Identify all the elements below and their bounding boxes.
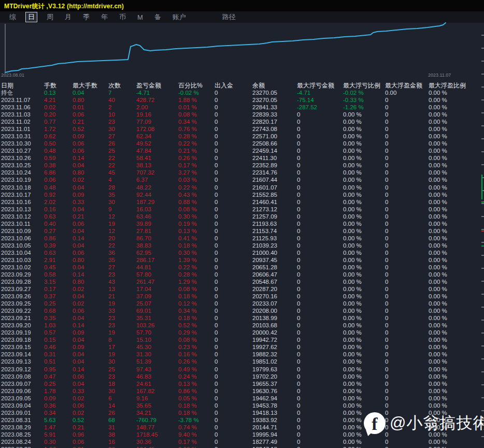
- table-row[interactable]: 2023.09.190.570.091957.700.29 %020000.42…: [0, 329, 484, 336]
- table-row[interactable]: 2023.10.300.500.062649.520.22 %022508.66…: [0, 140, 484, 147]
- cell-times: 28: [108, 184, 115, 191]
- column-header-lots: 手数: [44, 82, 56, 89]
- cell-lots: 1.03: [44, 322, 55, 329]
- table-row[interactable]: 2023.09.040.360.061435.650.18 %019453.78…: [0, 402, 484, 409]
- table-row[interactable]: 2023.10.020.450.042744.810.22 %020651.28…: [0, 264, 484, 271]
- table-row[interactable]: 2023.09.130.510.043051.390.26 %019851.02…: [0, 358, 484, 365]
- menu-item-M[interactable]: M: [135, 13, 145, 22]
- cell-pl-amount: 38.83: [136, 242, 151, 249]
- table-row[interactable]: 2023.09.050.090.0269.160.05 %019462.9400…: [0, 395, 484, 402]
- table-row[interactable]: 2023.09.140.310.041931.300.16 %019882.32…: [0, 351, 484, 358]
- table-row[interactable]: 2023.10.040.630.063662.950.30 %021000.40…: [0, 249, 484, 256]
- cell-max-float-profit-pct: 0.00 %: [429, 111, 447, 118]
- table-row[interactable]: 持仓0.130.047-4.71-0.02 %023270.05-4.71-0.…: [0, 89, 484, 96]
- table-row[interactable]: 2023.09.150.460.091745.300.23 %019927.62…: [0, 343, 484, 351]
- menu-item-路径[interactable]: 路径: [220, 12, 238, 22]
- cell-percent: 0.28 %: [178, 133, 197, 140]
- table-row[interactable]: 2023.11.020.770.212377.090.34 %022820.17…: [0, 118, 484, 125]
- table-row[interactable]: 2023.09.270.170.021317.040.08 %020287.20…: [0, 285, 484, 293]
- table-row[interactable]: 2023.10.120.630.211263.460.30 %021257.09…: [0, 213, 484, 220]
- cell-times: 8: [108, 336, 111, 343]
- menu-item-周[interactable]: 周: [45, 12, 55, 22]
- cell-max-float-profit: 0: [385, 227, 388, 235]
- table-row[interactable]: 2023.10.250.380.042238.130.17 %022352.89…: [0, 162, 484, 169]
- cell-max-lots: 0.04: [73, 162, 84, 169]
- cell-date: 2023.11.07: [1, 96, 31, 104]
- table-row[interactable]: 2023.09.220.680.063369.010.34 %020208.00…: [0, 307, 484, 314]
- cell-in-out: 0: [215, 380, 218, 387]
- table-row[interactable]: 2023.09.290.580.142357.800.28 %020606.47…: [0, 271, 484, 278]
- cell-date: 2023.10.02: [1, 264, 31, 271]
- table-row[interactable]: 2023.08.240.300.061630.360.17 %018277.49…: [0, 438, 484, 445]
- menu-item-备[interactable]: 备: [152, 12, 163, 22]
- cell-max-lots: 0.96: [73, 431, 84, 438]
- cell-max-float-profit: 0: [385, 271, 388, 278]
- menu-item-账户[interactable]: 账户: [170, 12, 188, 22]
- cell-max-float-profit: 0: [385, 336, 388, 343]
- table-row[interactable]: 2023.10.130.160.04916.030.08 %021273.120…: [0, 206, 484, 213]
- cell-date: 2023.09.28: [1, 278, 31, 285]
- cell-pl-amount: 103.26: [136, 322, 154, 329]
- table-row[interactable]: 2023.11.074.210.8040428.721.88 %023270.0…: [0, 96, 484, 104]
- table-row[interactable]: 2023.10.110.400.061939.890.19 %021193.63…: [0, 220, 484, 227]
- cell-times: 2: [108, 104, 111, 111]
- table-row[interactable]: 2023.10.260.590.142258.410.26 %022411.30…: [0, 154, 484, 162]
- table-row[interactable]: 2023.09.070.250.041824.610.13 %019655.37…: [0, 380, 484, 387]
- table-row[interactable]: 2023.11.011.720.5230172.080.76 %022743.0…: [0, 125, 484, 133]
- table-row[interactable]: 2023.09.283.150.8043261.471.29 %020548.6…: [0, 278, 484, 285]
- cell-balance: 21257.09: [252, 213, 277, 220]
- cell-times: 19: [108, 300, 115, 307]
- table-row[interactable]: 2023.09.210.350.042335.310.18 %020138.99…: [0, 314, 484, 322]
- cell-max-float-loss: 0: [297, 424, 300, 431]
- cell-max-lots: 0.04: [73, 264, 84, 271]
- menu-item-季[interactable]: 季: [81, 12, 92, 22]
- table-row[interactable]: 2023.10.270.480.062547.840.21 %022459.14…: [0, 147, 484, 154]
- cell-date: 2023.10.18: [1, 184, 31, 191]
- table-row[interactable]: 2023.10.180.480.042848.220.22 %021601.07…: [0, 184, 484, 191]
- cell-pl-amount: 44.81: [136, 264, 151, 271]
- table-row[interactable]: 2023.10.050.390.042238.830.18 %021039.23…: [0, 242, 484, 249]
- table-row[interactable]: 2023.10.162.020.3330187.290.88 %021460.4…: [0, 198, 484, 206]
- cell-percent: 0.17 %: [178, 162, 197, 169]
- cell-max-float-loss-pct: 0.00 %: [343, 300, 362, 307]
- cell-times: 23: [108, 271, 115, 278]
- menu-item-日[interactable]: 日: [25, 12, 37, 22]
- cell-percent: 0.22 %: [178, 140, 197, 147]
- table-row[interactable]: 2023.10.090.270.041227.810.13 %021153.74…: [0, 227, 484, 235]
- cell-max-float-profit-pct: 0.00 %: [429, 133, 447, 140]
- table-row[interactable]: 2023.09.250.250.021925.070.12 %020233.07…: [0, 300, 484, 307]
- cell-times: 30: [108, 198, 115, 206]
- table-row[interactable]: 2023.08.231.670.2126164.450.90 %018247.1…: [0, 445, 484, 448]
- app-title: MTDriver统计 ,V3.12 (http://mtdriver.cn): [4, 3, 124, 10]
- table-row[interactable]: 2023.11.030.200.061019.160.08 %022839.33…: [0, 111, 484, 118]
- menu-item-月[interactable]: 月: [63, 12, 74, 22]
- cell-max-float-profit-pct: 0.00 %: [429, 242, 447, 249]
- table-row[interactable]: 2023.11.060.020.0122.000.01 %022841.33-2…: [0, 104, 484, 111]
- table-row[interactable]: 2023.09.201.030.1423103.260.52 %020103.6…: [0, 322, 484, 329]
- table-row[interactable]: 2023.10.032.910.8035286.171.39 %020937.4…: [0, 256, 484, 264]
- menu-item-币[interactable]: 币: [117, 12, 128, 22]
- table-row[interactable]: 2023.09.080.470.062346.830.24 %019702.20…: [0, 373, 484, 380]
- cell-max-float-loss: -4.71: [297, 89, 310, 96]
- cell-max-lots: 0.06: [73, 140, 84, 147]
- cell-max-float-profit: 0: [385, 125, 388, 133]
- table-row[interactable]: 2023.10.060.860.142086.700.41 %021125.93…: [0, 235, 484, 242]
- table-row[interactable]: 2023.09.260.370.042137.090.18 %020270.16…: [0, 293, 484, 300]
- table-row[interactable]: 2023.09.120.950.142597.430.49 %019799.63…: [0, 366, 484, 373]
- cell-max-float-profit: 0: [385, 293, 388, 300]
- cell-percent: 0.19 %: [178, 220, 197, 227]
- table-row[interactable]: 2023.10.310.620.092762.340.28 %022571.00…: [0, 133, 484, 140]
- table-row[interactable]: 2023.10.190.060.0246.370.03 %021607.4400…: [0, 176, 484, 183]
- table-row[interactable]: 2023.09.061.780.3330167.820.86 %019630.7…: [0, 387, 484, 395]
- table-row[interactable]: 2023.10.246.860.8045707.323.27 %022314.7…: [0, 169, 484, 176]
- cell-lots: 2.91: [44, 256, 55, 264]
- cell-balance: 19851.02: [252, 358, 277, 365]
- cell-max-float-loss-pct: 0.00 %: [343, 213, 362, 220]
- menu-item-年[interactable]: 年: [99, 12, 110, 22]
- table-row[interactable]: 2023.10.170.920.093592.440.43 %021552.85…: [0, 191, 484, 198]
- menu-item-综[interactable]: 综: [7, 12, 18, 22]
- table-row[interactable]: 2023.09.180.150.04815.100.08 %019942.720…: [0, 336, 484, 343]
- scroll-minimap[interactable]: [481, 23, 484, 448]
- cell-max-float-profit-pct: 0.00 %: [429, 147, 447, 154]
- cell-max-float-profit: 0: [385, 256, 388, 264]
